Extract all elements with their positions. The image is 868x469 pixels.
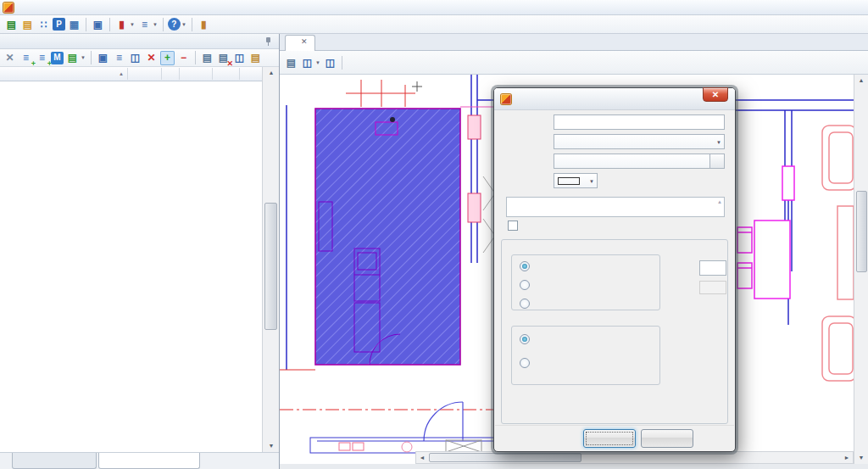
add-subgroup-icon[interactable]: ≡+ [35, 51, 49, 65]
copy-icon-dropdown-icon[interactable]: ▼ [315, 60, 320, 65]
panel-bottom-tabs [0, 452, 279, 469]
canvas-horizontal-scrollbar[interactable]: ◄ ► [415, 451, 854, 464]
edit-window-icon[interactable]: ▣ [96, 51, 110, 65]
duplicate-icon[interactable]: ◫ [128, 51, 142, 65]
delete-icon[interactable]: ✕ [3, 51, 17, 65]
export-icon-dropdown-icon[interactable]: ▼ [81, 55, 86, 60]
noktalari-sec-radio[interactable] [520, 334, 530, 344]
ucgen-checkbox[interactable] [508, 221, 518, 231]
grid-rows [0, 81, 262, 452]
chevron-down-icon: ▼ [716, 140, 721, 145]
scroll-thumb[interactable] [856, 191, 867, 272]
dialog-close-button[interactable]: ✕ [703, 87, 728, 102]
scroll-right-icon[interactable]: ► [841, 452, 853, 463]
scroll-thumb[interactable] [264, 203, 277, 330]
metod-group [511, 326, 660, 385]
objeleri-sec-radio[interactable] [520, 358, 530, 368]
separator [163, 18, 164, 31]
marker-dot [390, 117, 395, 122]
add-group-icon[interactable]: ≡+ [19, 51, 33, 65]
poz-browse-button[interactable] [710, 154, 725, 169]
crosshair-cursor [412, 81, 422, 92]
separator [342, 56, 342, 70]
open-project-icon[interactable]: ▤ [20, 17, 35, 31]
dimension-lines [346, 80, 415, 107]
pin-icon[interactable] [264, 37, 272, 46]
groups-icon[interactable]: ∷ [36, 17, 51, 31]
measurement-icon[interactable]: M [51, 52, 64, 64]
help-icon-dropdown-icon[interactable]: ▼ [181, 22, 186, 27]
grid-header[interactable]: ▲ [0, 67, 279, 81]
exit-icon[interactable]: ▮ [197, 17, 211, 31]
scroll-left-icon[interactable]: ◄ [416, 452, 428, 463]
scroll-down-icon[interactable]: ▼ [263, 440, 280, 452]
highlighted-room[interactable] [315, 109, 460, 365]
remove-row-icon[interactable]: − [176, 51, 191, 65]
scroll-down-icon[interactable]: ▼ [854, 452, 868, 464]
help-icon[interactable]: ? [168, 18, 181, 31]
list-view-icon[interactable]: ≡ [112, 51, 126, 65]
dialog-title-bar[interactable] [494, 88, 735, 110]
title-bar [0, 0, 868, 15]
add-row-icon[interactable]: + [160, 51, 175, 65]
tab-is-gruplari[interactable] [98, 453, 200, 469]
list-icon[interactable]: ≡ [137, 17, 152, 31]
aciklama-input[interactable] [554, 114, 725, 130]
isaretleme-radio[interactable] [520, 299, 530, 309]
window-icon[interactable]: ▣ [91, 17, 105, 31]
kategori-select[interactable]: ▼ [554, 134, 725, 149]
door-swing [424, 402, 463, 441]
sofa [822, 126, 854, 381]
canvas-vertical-scrollbar[interactable]: ▲ ▼ [854, 75, 868, 464]
separator [192, 18, 192, 31]
print-cancel-icon[interactable]: ▤✕ [216, 51, 231, 65]
hacmin-olcumu-group [511, 254, 660, 310]
scroll-up-icon: ▲ [717, 199, 722, 204]
separator [91, 51, 92, 64]
layers-icon[interactable]: ◫ [323, 55, 337, 70]
poz-input[interactable] [554, 154, 710, 169]
book-icon-dropdown-icon[interactable]: ▼ [130, 22, 135, 27]
dining-table [737, 221, 790, 299]
wall-block [468, 115, 481, 139]
copy-icon[interactable]: ◫ [232, 51, 247, 65]
new-report-icon[interactable]: ▤ [4, 17, 19, 31]
bottom-strip [280, 464, 868, 469]
separator [109, 18, 110, 31]
tab-close-icon[interactable]: ✕ [301, 37, 308, 51]
scroll-up-icon[interactable]: ▲ [854, 75, 868, 87]
export-icon[interactable]: ▤ [65, 51, 80, 65]
paste-icon[interactable]: ▤ [248, 51, 263, 65]
card-icon[interactable]: ▦ [67, 17, 81, 31]
delete-row-icon[interactable]: ✕ [144, 51, 159, 65]
sort-asc-icon: ▲ [119, 71, 124, 76]
scroll-thumb[interactable] [429, 453, 581, 462]
notlar-textarea[interactable]: ▲ [506, 197, 725, 217]
print-icon[interactable]: ▤ [284, 55, 298, 70]
panel-scrollbar[interactable]: ▲ ▼ [262, 67, 279, 452]
drawing-toolbar: ▤◫▼◫ [280, 51, 868, 75]
document-tab-bar: ✕ [280, 34, 868, 51]
separator [86, 18, 86, 31]
tab-cizimler[interactable] [12, 453, 97, 469]
book-icon[interactable]: ▮ [114, 17, 129, 31]
dogrusal-nesne-radio[interactable] [520, 280, 530, 290]
poz-icon[interactable]: P [53, 18, 65, 31]
bakis-acisinda-radio[interactable] [520, 261, 530, 271]
document-tab[interactable]: ✕ [285, 35, 315, 51]
renk-dropdown[interactable]: ▼ [554, 173, 598, 188]
list-icon-dropdown-icon[interactable]: ▼ [153, 22, 158, 27]
dialog-icon [501, 94, 511, 104]
app-window: { "window": { "title": "AMP Kolaymetraj"… [0, 0, 868, 469]
print-icon[interactable]: ▤ [200, 51, 214, 65]
tamam-button[interactable] [583, 429, 636, 448]
ortak-uzunluk-input[interactable] [699, 260, 726, 276]
separator [195, 51, 196, 64]
scroll-up-icon[interactable]: ▲ [263, 67, 280, 79]
main-toolbar: ▤▤∷P▦▣▮▼≡▼?▼▮ [0, 15, 868, 34]
copy-icon[interactable]: ◫ [300, 55, 314, 70]
panel-header [0, 34, 279, 49]
vazgec-button[interactable] [641, 429, 693, 448]
hacim-dialog: ✕ ▼ ▼ ▲ [493, 87, 736, 452]
kalinlik-input-disabled [699, 281, 726, 294]
